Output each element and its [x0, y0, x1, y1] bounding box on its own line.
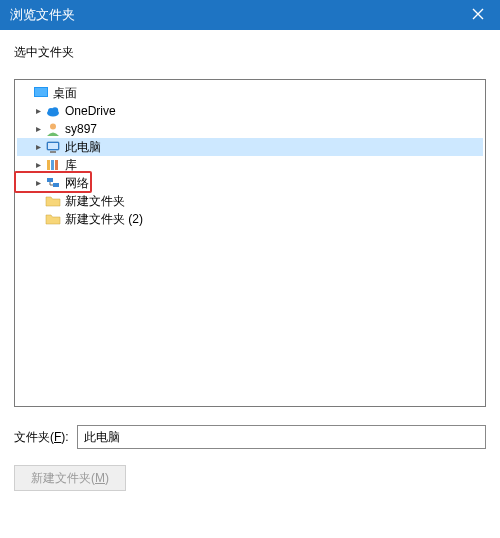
- svg-rect-11: [55, 160, 58, 170]
- library-icon: [45, 157, 61, 173]
- tree-item-label: 新建文件夹: [65, 192, 125, 210]
- tree-item-label: 桌面: [53, 84, 77, 102]
- tree-item-label: sy897: [65, 120, 97, 138]
- instruction-text: 选中文件夹: [14, 44, 486, 61]
- svg-rect-9: [47, 160, 50, 170]
- tree-item-新建文件夹 (2)[interactable]: ▸新建文件夹 (2): [17, 210, 483, 228]
- folder-field-label: 文件夹(F):: [14, 429, 69, 446]
- tree-item-网络[interactable]: ▸网络: [17, 174, 483, 192]
- svg-rect-8: [50, 151, 56, 153]
- tree-item-OneDrive[interactable]: ▸OneDrive: [17, 102, 483, 120]
- tree-root-desktop[interactable]: ▸桌面: [17, 84, 483, 102]
- close-icon: [472, 7, 484, 23]
- expander-icon[interactable]: ▸: [31, 102, 45, 120]
- tree-item-label: 库: [65, 156, 77, 174]
- desktop-icon: [33, 85, 49, 101]
- tree-item-库[interactable]: ▸库: [17, 156, 483, 174]
- tree-item-sy897[interactable]: ▸sy897: [17, 120, 483, 138]
- cloud-icon: [45, 103, 61, 119]
- svg-rect-13: [53, 183, 59, 187]
- close-button[interactable]: [455, 0, 500, 30]
- folder-tree[interactable]: ▸桌面▸OneDrive▸sy897▸此电脑▸库▸网络▸新建文件夹▸新建文件夹 …: [14, 79, 486, 407]
- expander-icon[interactable]: ▸: [31, 120, 45, 138]
- svg-rect-10: [51, 160, 54, 170]
- tree-item-新建文件夹[interactable]: ▸新建文件夹: [17, 192, 483, 210]
- svg-rect-12: [47, 178, 53, 182]
- tree-item-label: 新建文件夹 (2): [65, 210, 143, 228]
- new-folder-button[interactable]: 新建文件夹(M): [14, 465, 126, 491]
- tree-item-此电脑[interactable]: ▸此电脑: [17, 138, 483, 156]
- tree-item-label: OneDrive: [65, 102, 116, 120]
- folder-name-input[interactable]: [77, 425, 486, 449]
- pc-icon: [45, 139, 61, 155]
- network-icon: [45, 175, 61, 191]
- folder-icon: [45, 211, 61, 227]
- expander-icon[interactable]: ▸: [31, 138, 45, 156]
- tree-item-label: 此电脑: [65, 138, 101, 156]
- svg-point-4: [52, 107, 58, 113]
- button-row: 新建文件夹(M): [14, 465, 486, 491]
- tree-item-label: 网络: [65, 174, 89, 192]
- svg-rect-1: [35, 88, 47, 96]
- titlebar: 浏览文件夹: [0, 0, 500, 30]
- dialog-content: 选中文件夹 ▸桌面▸OneDrive▸sy897▸此电脑▸库▸网络▸新建文件夹▸…: [0, 30, 500, 505]
- window-title: 浏览文件夹: [10, 6, 75, 24]
- user-icon: [45, 121, 61, 137]
- expander-icon[interactable]: ▸: [31, 156, 45, 174]
- svg-rect-7: [48, 143, 58, 149]
- expander-icon[interactable]: ▸: [31, 174, 45, 192]
- svg-point-5: [50, 124, 56, 130]
- folder-icon: [45, 193, 61, 209]
- folder-field-row: 文件夹(F):: [14, 425, 486, 449]
